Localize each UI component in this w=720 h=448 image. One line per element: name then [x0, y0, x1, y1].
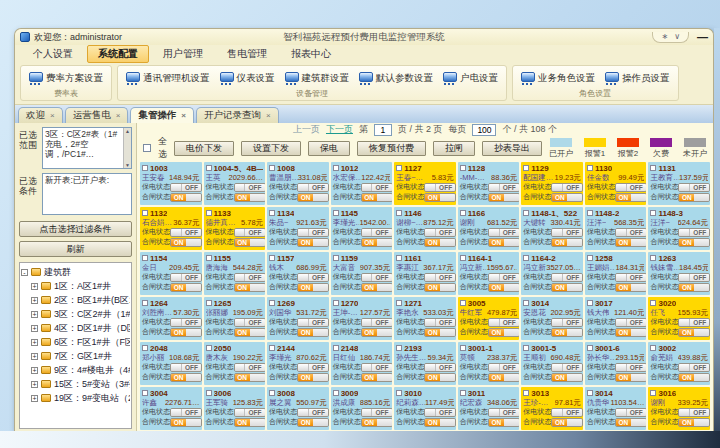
power-status-toggle[interactable]: OFF [424, 273, 456, 282]
toolbar-button-抄表导出[interactable]: 抄表导出 [482, 141, 542, 156]
meter-card[interactable]: 1128-MM-…88.36元保电状态OFF合闸状态ON [458, 162, 520, 205]
switch-status-toggle[interactable]: ON [234, 418, 266, 427]
switch-status-toggle[interactable]: ON [297, 418, 329, 427]
meter-card[interactable]: 1269刘国华531.72元保电状态OFF合闸状态ON [267, 297, 329, 340]
power-status-toggle[interactable]: OFF [488, 363, 520, 372]
power-status-toggle[interactable]: OFF [234, 363, 266, 372]
power-status-toggle[interactable]: OFF [551, 273, 583, 282]
meter-card[interactable]: 1130佳金数99.49元保电状态OFF合闸状态ON [585, 162, 647, 205]
card-checkbox[interactable] [269, 390, 275, 396]
switch-status-toggle[interactable]: ON [424, 238, 456, 247]
meter-card[interactable]: 1264刘胜南…57.30元保电状态OFF合闸状态ON [140, 297, 202, 340]
expand-icon[interactable]: + [31, 395, 38, 402]
power-status-toggle[interactable]: OFF [234, 318, 266, 327]
switch-status-toggle[interactable]: ON [234, 328, 266, 337]
tree-item[interactable]: +9区：4#楼电井（4#楼… [21, 363, 130, 377]
power-status-toggle[interactable]: OFF [551, 408, 583, 417]
meter-card[interactable]: 3005牛红军479.87元保电状态OFF合闸状态ON [458, 297, 520, 340]
ribbon-button-费率方案设置[interactable]: 费率方案设置 [29, 72, 103, 85]
tree-item[interactable]: +7区：G区1#井 [21, 349, 130, 363]
ribbon-button-操作员设置[interactable]: 操作员设置 [605, 72, 670, 85]
minimize-button[interactable]: — [697, 32, 708, 42]
card-checkbox[interactable] [460, 300, 466, 306]
toolbar-button-拉闸[interactable]: 拉闸 [433, 141, 475, 156]
switch-status-toggle[interactable]: ON [678, 328, 710, 337]
switch-status-toggle[interactable]: ON [297, 193, 329, 202]
menu-item-用户管理[interactable]: 用户管理 [153, 46, 213, 62]
switch-status-toggle[interactable]: ON [170, 373, 202, 382]
power-status-toggle[interactable]: OFF [551, 228, 583, 237]
card-checkbox[interactable] [206, 255, 212, 261]
power-status-toggle[interactable]: OFF [615, 363, 647, 372]
meter-card[interactable]: 1146谢柳~…875.12元保电状态OFF合闸状态ON [394, 207, 456, 250]
switch-status-toggle[interactable]: ON [551, 238, 583, 247]
card-checkbox[interactable] [206, 210, 212, 216]
switch-status-toggle[interactable]: ON [297, 238, 329, 247]
switch-status-toggle[interactable]: ON [488, 238, 520, 247]
selected-range-box[interactable]: 3区：C区2#表（1#充电，2#空调，/PC1#… ▲▼ [42, 127, 132, 169]
menu-item-系统配置[interactable]: 系统配置 [87, 45, 149, 63]
card-checkbox[interactable] [333, 345, 339, 351]
switch-status-toggle[interactable]: ON [615, 328, 647, 337]
power-status-toggle[interactable]: OFF [424, 363, 456, 372]
card-checkbox[interactable] [396, 345, 402, 351]
power-status-toggle[interactable]: OFF [678, 183, 710, 192]
collapse-icon[interactable]: - [21, 269, 28, 276]
switch-status-toggle[interactable]: ON [424, 283, 456, 292]
power-status-toggle[interactable]: OFF [234, 183, 266, 192]
menu-item-报表中心[interactable]: 报表中心 [281, 46, 341, 62]
card-checkbox[interactable] [206, 345, 212, 351]
power-status-toggle[interactable]: OFF [234, 228, 266, 237]
card-checkbox[interactable] [587, 345, 593, 351]
power-status-toggle[interactable]: OFF [424, 183, 456, 192]
ribbon-collapse-control[interactable]: ∗ ∨ [652, 32, 689, 43]
switch-status-toggle[interactable]: ON [424, 328, 456, 337]
switch-status-toggle[interactable]: ON [488, 328, 520, 337]
tab-集管操作[interactable]: 集管操作× [130, 107, 194, 123]
card-checkbox[interactable] [269, 255, 275, 261]
expand-icon[interactable]: + [31, 283, 38, 290]
meter-card[interactable]: 1159大富音907.35元保电状态OFF合闸状态ON [331, 252, 393, 295]
power-status-toggle[interactable]: OFF [297, 183, 329, 192]
meter-card[interactable]: 2193孙先生…59.34元保电状态OFF合闸状态ON [394, 342, 456, 385]
meter-card[interactable]: 1157钱木686.99元保电状态OFF合闸状态ON [267, 252, 329, 295]
meter-card[interactable]: 1012水宏保…122.42元保电状态OFF合闸状态ON [331, 162, 393, 205]
card-checkbox[interactable] [269, 345, 275, 351]
tree-item[interactable]: +3区：C区2#井（1#空… [21, 307, 130, 321]
switch-status-toggle[interactable]: ON [678, 283, 710, 292]
power-status-toggle[interactable]: OFF [170, 318, 202, 327]
power-status-toggle[interactable]: OFF [488, 318, 520, 327]
meter-card[interactable]: 1133德井真…5.78元保电状态OFF合闸状态ON [204, 207, 266, 250]
power-status-toggle[interactable]: OFF [297, 318, 329, 327]
card-checkbox[interactable] [333, 210, 339, 216]
card-checkbox[interactable] [269, 300, 275, 306]
card-checkbox[interactable] [333, 165, 339, 171]
toolbar-button-保电[interactable]: 保电 [308, 141, 350, 156]
switch-status-toggle[interactable]: ON [361, 283, 393, 292]
switch-status-toggle[interactable]: ON [551, 418, 583, 427]
meter-card[interactable]: 3010纪莉森…117.49元保电状态OFF合闸状态ON [394, 387, 456, 430]
meter-card[interactable]: 3008展之翼550.97元保电状态OFF合闸状态ON [267, 387, 329, 430]
selected-condition-box[interactable]: 新开表:已开户表: [42, 173, 132, 215]
switch-status-toggle[interactable]: ON [488, 373, 520, 382]
power-status-toggle[interactable]: OFF [424, 228, 456, 237]
switch-status-toggle[interactable]: ON [361, 373, 393, 382]
close-icon[interactable]: × [266, 112, 271, 120]
switch-status-toggle[interactable]: ON [551, 283, 583, 292]
card-checkbox[interactable] [587, 390, 593, 396]
meter-card[interactable]: 1161李惠江367.17元保电状态OFF合闸状态ON [394, 252, 456, 295]
card-checkbox[interactable] [460, 165, 466, 171]
switch-status-toggle[interactable]: ON [678, 193, 710, 202]
menu-item-售电管理[interactable]: 售电管理 [217, 46, 277, 62]
switch-status-toggle[interactable]: ON [615, 193, 647, 202]
ribbon-button-建筑群设置[interactable]: 建筑群设置 [285, 72, 350, 85]
power-status-toggle[interactable]: OFF [234, 273, 266, 282]
tree-item[interactable]: +19区：9#变电站（2#… [21, 391, 130, 405]
tree-item[interactable]: +2区：B区1#井(B区1#… [21, 293, 130, 307]
meter-card[interactable]: 1148-3汪洋~624.64元保电状态OFF合闸状态ON [648, 207, 710, 250]
card-checkbox[interactable] [523, 345, 529, 351]
card-checkbox[interactable] [269, 165, 275, 171]
card-checkbox[interactable] [523, 210, 529, 216]
card-checkbox[interactable] [333, 255, 339, 261]
card-checkbox[interactable] [587, 300, 593, 306]
